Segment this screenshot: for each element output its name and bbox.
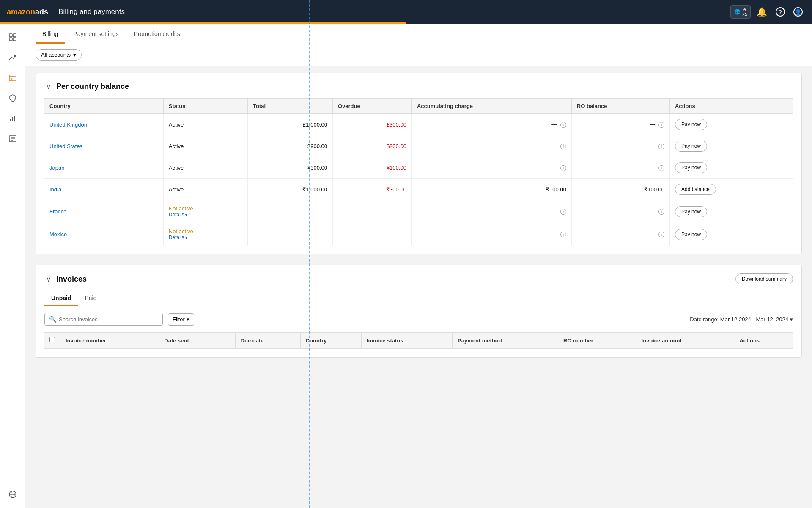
all-accounts-label: All accounts — [41, 52, 71, 58]
filter-label: Filter — [173, 316, 185, 323]
table-row: United StatesActive$900.00$200.00— i— iP… — [44, 135, 793, 157]
acc-info-icon[interactable]: i — [560, 209, 566, 215]
per-country-balance-table: Country Status Total Overdue Accumulatin… — [44, 98, 793, 246]
col-actions: Actions — [669, 99, 793, 114]
search-box: 🔍 — [44, 313, 163, 326]
country-link[interactable]: Mexico — [49, 231, 67, 237]
col-invoice-number: Invoice number — [60, 333, 159, 349]
sidebar-item-trending[interactable] — [4, 49, 21, 66]
svg-rect-4 — [9, 75, 16, 81]
download-summary-button[interactable]: Download summary — [735, 273, 793, 284]
overdue-cell: ₹300.00 — [332, 179, 411, 200]
svg-rect-8 — [10, 119, 11, 121]
total-cell: — — [247, 223, 332, 246]
add-balance-button[interactable]: Add balance — [675, 184, 716, 195]
overdue-cell: — — [332, 223, 411, 246]
all-accounts-dropdown[interactable]: All accounts ▾ — [36, 49, 82, 61]
page-title: Billing and payments — [58, 8, 730, 16]
user-icon: 👤 — [793, 7, 803, 17]
total-cell: ₹1,000.00 — [247, 179, 332, 200]
tab-payment-settings[interactable]: Payment settings — [66, 25, 125, 44]
tab-promotion-credits[interactable]: Promotion credits — [127, 25, 187, 44]
sidebar-item-globe[interactable] — [4, 486, 21, 503]
main-content: Billing Payment settings Promotion credi… — [25, 24, 812, 508]
tab-billing[interactable]: Billing — [36, 25, 65, 44]
country-cell: United States — [44, 135, 163, 157]
accumulating-charge-cell: — i — [411, 135, 571, 157]
help-button[interactable]: ? — [773, 5, 787, 19]
col-actions: Actions — [734, 333, 793, 349]
ro-info-icon[interactable]: i — [658, 144, 664, 149]
collapse-button[interactable]: ∨ — [44, 82, 53, 91]
country-cell: France — [44, 200, 163, 223]
col-date-sent[interactable]: Date sent ↓ — [159, 333, 235, 349]
svg-rect-10 — [14, 116, 15, 121]
svg-rect-9 — [12, 117, 13, 121]
ro-info-icon[interactable]: i — [658, 232, 664, 237]
status-cell: Active — [163, 157, 247, 179]
table-row: JapanActive¥300.00¥100.00— i— iPay now — [44, 157, 793, 179]
pay-now-button[interactable]: Pay now — [675, 162, 707, 173]
logo-ads-text: ads — [35, 8, 48, 17]
pay-now-button[interactable]: Pay now — [675, 141, 707, 152]
language-button[interactable]: 🌐 e xa — [730, 5, 751, 19]
left-sidebar — [0, 24, 25, 508]
acc-info-icon[interactable]: i — [560, 165, 566, 171]
table-row: United KingdomActive£1,000.00£300.00— i—… — [44, 114, 793, 135]
date-range-selector[interactable]: Date range: Mar 12,2024 - Mar 12, 2024 ▾ — [690, 316, 793, 323]
ro-balance-cell: — i — [571, 157, 669, 179]
sub-tab-unpaid[interactable]: Unpaid — [44, 291, 78, 306]
status-cell: Active — [163, 179, 247, 200]
sidebar-item-grid[interactable] — [4, 29, 21, 46]
search-input[interactable] — [59, 316, 158, 323]
ro-info-icon[interactable]: i — [658, 209, 664, 215]
col-country: Country — [44, 99, 163, 114]
ro-balance-cell: — i — [571, 135, 669, 157]
country-link[interactable]: India — [49, 186, 61, 193]
acc-info-icon[interactable]: i — [560, 144, 566, 149]
col-invoice-status: Invoice status — [361, 333, 452, 349]
ro-balance-cell: — i — [571, 223, 669, 246]
accumulating-charge-cell: — i — [411, 223, 571, 246]
action-cell: Pay now — [669, 200, 793, 223]
select-all-checkbox[interactable] — [49, 337, 55, 342]
invoice-table: Invoice number Date sent ↓ Due date Coun… — [44, 332, 793, 349]
country-link[interactable]: United Kingdom — [49, 121, 89, 128]
details-link[interactable]: Details ▾ — [169, 235, 242, 240]
ro-info-icon[interactable]: i — [658, 165, 664, 171]
sidebar-item-analytics[interactable] — [4, 110, 21, 127]
country-link[interactable]: Japan — [49, 165, 64, 171]
pay-now-button[interactable]: Pay now — [675, 119, 707, 130]
sidebar-item-shield[interactable] — [4, 90, 21, 107]
details-link[interactable]: Details ▾ — [169, 212, 242, 218]
pay-now-button[interactable]: Pay now — [675, 229, 707, 240]
svg-rect-0 — [9, 34, 12, 37]
svg-rect-3 — [13, 38, 16, 41]
notifications-button[interactable]: 🔔 — [754, 4, 770, 19]
status-cell: Active — [163, 135, 247, 157]
ro-info-icon[interactable]: i — [658, 122, 664, 128]
filter-dropdown[interactable]: Filter ▾ — [168, 313, 194, 326]
sub-tab-paid[interactable]: Paid — [78, 291, 103, 306]
invoices-card: ∨ Invoices Download summary Unpaid Paid … — [36, 265, 802, 358]
acc-info-icon[interactable]: i — [560, 232, 566, 237]
pay-now-button[interactable]: Pay now — [675, 206, 707, 217]
acc-info-icon[interactable]: i — [560, 122, 566, 128]
date-range-label: Date range: Mar 12,2024 - Mar 12, 2024 — [690, 316, 788, 323]
main-layout: Billing Payment settings Promotion credi… — [0, 24, 812, 508]
invoices-title-group: ∨ Invoices — [44, 274, 87, 284]
invoices-collapse-button[interactable]: ∨ — [44, 274, 53, 284]
sidebar-item-billing[interactable] — [4, 69, 21, 86]
total-cell: ¥300.00 — [247, 157, 332, 179]
total-cell: £1,000.00 — [247, 114, 332, 135]
country-link[interactable]: France — [49, 208, 66, 215]
country-cell: Mexico — [44, 223, 163, 246]
svg-rect-1 — [13, 34, 16, 37]
date-range-chevron-icon: ▾ — [790, 316, 793, 323]
overdue-cell: £300.00 — [332, 114, 411, 135]
chevron-down-icon: ▾ — [73, 52, 76, 58]
user-account-button[interactable]: 👤 — [791, 5, 805, 19]
per-country-balance-header: ∨ Per country balance — [44, 82, 793, 91]
sidebar-item-list[interactable] — [4, 130, 21, 147]
country-link[interactable]: United States — [49, 143, 82, 149]
